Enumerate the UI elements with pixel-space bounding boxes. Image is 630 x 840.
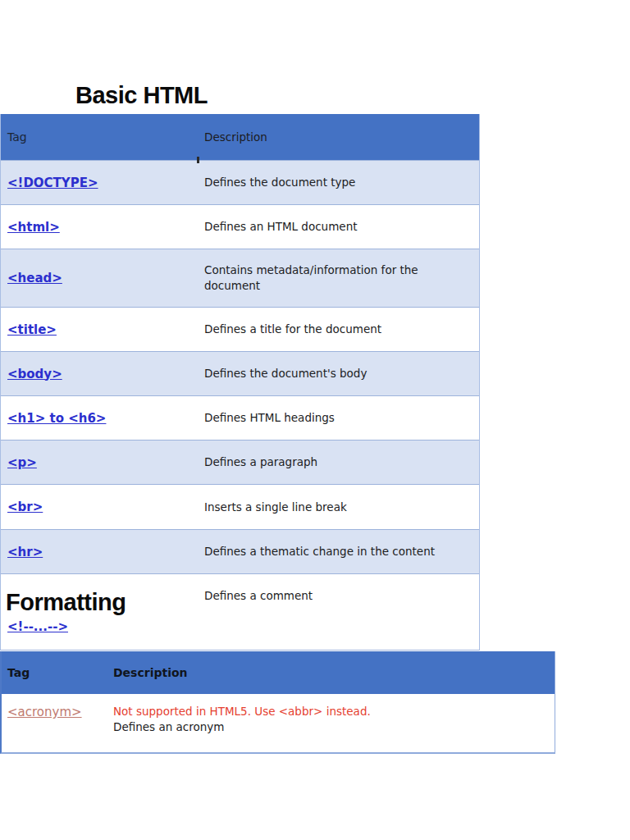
tag-description: Inserts a single line break (204, 485, 479, 529)
deprecation-note: Not supported in HTML5. Use <abbr> inste… (113, 704, 546, 719)
tag-description: Defines an HTML document (204, 205, 479, 249)
table-header-row: Tag Description (1, 114, 479, 161)
formatting-table: Tag Description <acronym> Not supported … (0, 651, 555, 754)
table-row: <hr> Defines a thematic change in the co… (1, 530, 479, 574)
tag-link-head[interactable]: <head> (7, 271, 62, 285)
column-header-tag: Tag (1, 114, 204, 160)
tag-description: Defines a title for the document (204, 308, 479, 351)
table-row: Formatting <!--...--> Defines a comment (1, 574, 479, 651)
tag-link-hr[interactable]: <hr> (7, 545, 43, 559)
table-row: <body> Defines the document's body (1, 352, 479, 396)
tag-description: Defines an acronym (113, 719, 546, 735)
table-row: <h1> to <h6> Defines HTML headings (1, 396, 479, 441)
column-header-description: Description (204, 114, 479, 160)
basic-html-table: Tag Description <!DOCTYPE> Defines the d… (0, 114, 480, 651)
tag-link-title[interactable]: <title> (7, 322, 57, 337)
tag-link-br[interactable]: <br> (7, 500, 43, 514)
table-row: <html> Defines an HTML document (1, 205, 479, 249)
column-header-tag: Tag (2, 651, 107, 694)
tag-description: Defines a comment (204, 574, 479, 650)
section-title-formatting: Formatting (6, 587, 204, 618)
section-title-basic-html: Basic HTML (75, 81, 208, 109)
tag-link-body[interactable]: <body> (7, 367, 62, 381)
tag-link-comment[interactable]: <!--...--> (7, 619, 68, 634)
tag-description: Defines the document type (204, 161, 479, 204)
tag-description: Defines a paragraph (204, 441, 479, 484)
tag-description: Defines HTML headings (204, 396, 479, 440)
table-header-row: Tag Description (2, 651, 555, 694)
tag-description: Defines the document's body (204, 352, 479, 395)
tag-link-headings[interactable]: <h1> to <h6> (7, 411, 106, 426)
tag-link-acronym[interactable]: <acronym> (7, 705, 82, 719)
cursor-artifact (197, 157, 199, 163)
table-row: <!DOCTYPE> Defines the document type (1, 161, 479, 205)
table-row: <p> Defines a paragraph (1, 441, 479, 485)
table-row: <br> Inserts a single line break (1, 485, 479, 530)
tag-link-p[interactable]: <p> (7, 455, 37, 470)
tag-link-html[interactable]: <html> (7, 220, 60, 235)
tag-description: Defines a thematic change in the content (204, 530, 479, 573)
table-row: <head> Contains metadata/information for… (1, 249, 479, 308)
table-row: <acronym> Not supported in HTML5. Use <a… (2, 694, 555, 752)
column-header-description: Description (107, 651, 555, 694)
table-row: <title> Defines a title for the document (1, 308, 479, 352)
tag-description: Contains metadata/information for the do… (204, 249, 479, 307)
tag-link-doctype[interactable]: <!DOCTYPE> (7, 176, 98, 190)
